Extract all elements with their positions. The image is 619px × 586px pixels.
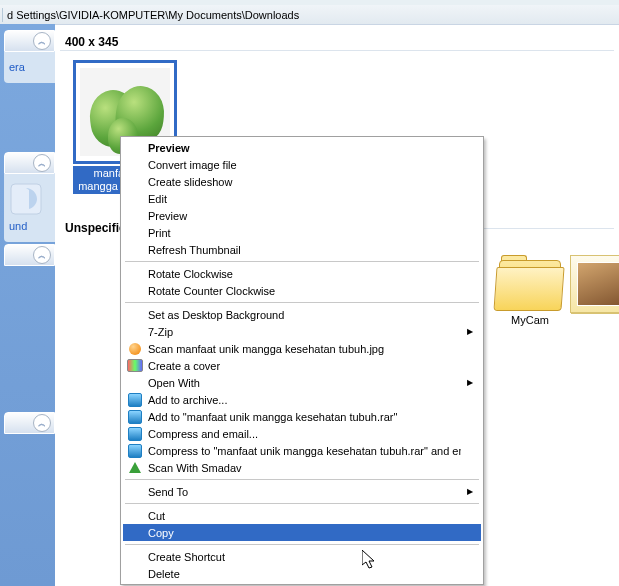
collapse-icon[interactable]: ︽: [33, 246, 51, 264]
address-bar[interactable]: d Settings\GIVIDIA-KOMPUTER\My Documents…: [0, 5, 619, 25]
folder-thumbnail-icon: [570, 255, 619, 313]
scan-icon: [127, 341, 143, 357]
task-panel-3: ︽: [4, 244, 55, 266]
address-path: d Settings\GIVIDIA-KOMPUTER\My Documents…: [7, 9, 299, 21]
image-dimensions: 400 x 345: [65, 35, 118, 49]
menu-send-to[interactable]: Send To: [123, 483, 481, 500]
menu-add-to-archive[interactable]: Add to archive...: [123, 391, 481, 408]
menu-add-to-rar[interactable]: Add to "manfaat unik mangga kesehatan tu…: [123, 408, 481, 425]
task-panel-1-text: era: [9, 61, 25, 73]
menu-convert-image[interactable]: Convert image file: [123, 156, 481, 173]
left-task-pane: ︽ era ︽ und ︽: [0, 24, 55, 586]
panel-thumb-icon: [9, 182, 43, 216]
cover-icon: [127, 358, 143, 374]
task-panel-2: ︽ und: [4, 152, 55, 242]
smadav-icon: [127, 460, 143, 476]
menu-scan-file[interactable]: Scan manfaat unik mangga kesehatan tubuh…: [123, 340, 481, 357]
menu-copy[interactable]: Copy: [123, 524, 481, 541]
menu-open-with[interactable]: Open With: [123, 374, 481, 391]
archive-icon: [127, 426, 143, 442]
collapse-icon[interactable]: ︽: [33, 414, 51, 432]
menu-rotate-ccw[interactable]: Rotate Counter Clockwise: [123, 282, 481, 299]
collapse-icon[interactable]: ︽: [33, 154, 51, 172]
menu-delete[interactable]: Delete: [123, 565, 481, 582]
menu-compress-email[interactable]: Compress and email...: [123, 425, 481, 442]
menu-set-desktop-bg[interactable]: Set as Desktop Background: [123, 306, 481, 323]
folder-item[interactable]: [570, 255, 619, 316]
task-panel-1: ︽ era: [4, 30, 55, 83]
menu-create-slideshow[interactable]: Create slideshow: [123, 173, 481, 190]
archive-icon: [127, 392, 143, 408]
menu-rotate-cw[interactable]: Rotate Clockwise: [123, 265, 481, 282]
menu-cut[interactable]: Cut: [123, 507, 481, 524]
archive-icon: [127, 443, 143, 459]
menu-compress-rar-email[interactable]: Compress to "manfaat unik mangga kesehat…: [123, 442, 481, 459]
menu-create-cover[interactable]: Create a cover: [123, 357, 481, 374]
menu-preview[interactable]: Preview: [123, 207, 481, 224]
menu-create-shortcut[interactable]: Create Shortcut: [123, 548, 481, 565]
folder-icon: [493, 255, 567, 311]
task-panel-2-text: und: [9, 220, 27, 232]
menu-refresh-thumbnail[interactable]: Refresh Thumbnail: [123, 241, 481, 258]
menu-preview-default[interactable]: Preview: [123, 139, 481, 156]
menu-print[interactable]: Print: [123, 224, 481, 241]
menu-7zip[interactable]: 7-Zip: [123, 323, 481, 340]
collapse-icon[interactable]: ︽: [33, 32, 51, 50]
task-panel-4: ︽: [4, 412, 55, 434]
menu-scan-smadav[interactable]: Scan With Smadav: [123, 459, 481, 476]
context-menu: Preview Convert image file Create slides…: [120, 136, 484, 585]
archive-icon: [127, 409, 143, 425]
menu-edit[interactable]: Edit: [123, 190, 481, 207]
